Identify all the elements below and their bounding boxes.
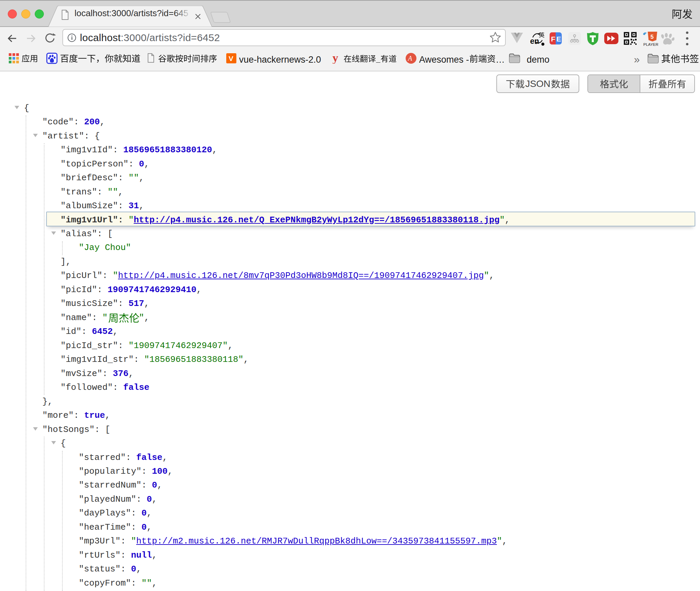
svg-text:A: A — [407, 55, 412, 62]
svg-text:F: F — [551, 35, 555, 43]
svg-text:PLAYER: PLAYER — [643, 42, 658, 46]
svg-text:E: E — [556, 35, 561, 43]
svg-text:5: 5 — [650, 34, 653, 40]
svg-text:y: y — [332, 52, 338, 64]
svg-text:V: V — [229, 55, 233, 62]
svg-text:en: en — [530, 37, 539, 45]
